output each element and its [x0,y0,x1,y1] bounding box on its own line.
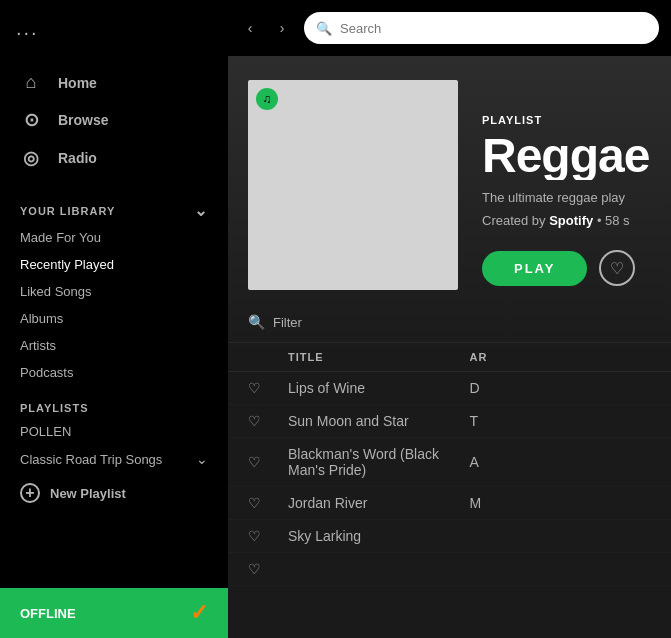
radio-icon: ◎ [20,147,42,169]
track-title-1: Lips of Wine [288,380,470,396]
playlists-section-label: PLAYLISTS [0,386,228,418]
search-bar: 🔍 [304,12,659,44]
like-track-1[interactable]: ♡ [248,380,288,396]
sidebar-item-made-for-you[interactable]: Made For You [0,224,228,251]
sidebar-home-label: Home [58,75,97,91]
new-playlist-label: New Playlist [50,486,126,501]
table-row: ♡ Sky Larking [228,520,671,553]
filter-icon: 🔍 [248,314,265,330]
track-artist-2: T [470,413,652,429]
plus-icon: + [20,483,40,503]
table-row: ♡ Blackman's Word (Black Man's Pride) A [228,438,671,487]
playlist-header: ♫ PLAYLIST Reggae The ultimate reggae pl… [228,56,671,306]
save-button[interactable]: ♡ [599,250,635,286]
playlist-song-count: 58 s [605,213,630,228]
search-icon: 🔍 [316,21,332,36]
playlist-meta: PLAYLIST Reggae The ultimate reggae play… [482,114,651,290]
like-track-5[interactable]: ♡ [248,528,288,544]
track-artist-3: A [470,454,652,470]
content-area: ♫ PLAYLIST Reggae The ultimate reggae pl… [228,56,671,638]
table-row: ♡ Sun Moon and Star T [228,405,671,438]
play-button[interactable]: PLAY [482,251,587,286]
like-track-6[interactable]: ♡ [248,561,288,577]
spotify-logo: ♫ [263,92,272,106]
sidebar-browse-label: Browse [58,112,109,128]
col-artist-header: AR [470,351,652,363]
nav-arrows: ‹ › [236,14,296,42]
track-artist-1: D [470,380,652,396]
like-track-3[interactable]: ♡ [248,454,288,470]
col-title-header: TITLE [288,351,470,363]
playlist-title: Reggae [482,132,651,180]
sidebar-nav: ⌂ Home ⊙ Browse ◎ Radio [0,56,228,185]
browse-icon: ⊙ [20,109,42,131]
dots-icon: ... [16,17,39,40]
track-title-3: Blackman's Word (Black Man's Pride) [288,446,470,478]
filter-label: Filter [273,315,302,330]
playlist-cover: ♫ [248,80,458,290]
home-icon: ⌂ [20,72,42,93]
sidebar-bottom: Offline ✓ [0,588,228,638]
playlist-actions: PLAY ♡ [482,250,651,286]
offline-bar[interactable]: Offline ✓ [0,588,228,638]
spotify-badge: ♫ [256,88,278,110]
sidebar: ⌂ Home ⊙ Browse ◎ Radio YOUR LIBRARY ⌄ M… [0,56,228,638]
sidebar-item-browse[interactable]: ⊙ Browse [0,101,228,139]
sidebar-playlist-classic-road-trip[interactable]: Classic Road Trip Songs ⌄ [0,445,228,473]
track-list-header: TITLE AR [228,343,671,372]
sidebar-item-liked-songs[interactable]: Liked Songs [0,278,228,305]
offline-label: Offline [20,606,76,621]
chevron-down-icon: ⌄ [196,451,208,467]
sidebar-scroll-area: YOUR LIBRARY ⌄ Made For You Recently Pla… [0,185,228,588]
sidebar-item-albums[interactable]: Albums [0,305,228,332]
top-bar: ... ‹ › 🔍 [0,0,671,56]
back-button[interactable]: ‹ [236,14,264,42]
forward-button[interactable]: › [268,14,296,42]
library-section-label: YOUR LIBRARY ⌄ [0,185,228,224]
offline-check-icon: ✓ [190,600,208,626]
sidebar-radio-label: Radio [58,150,97,166]
sidebar-item-recently-played[interactable]: Recently Played [0,251,228,278]
sidebar-item-home[interactable]: ⌂ Home [0,64,228,101]
table-row: ♡ Jordan River M [228,487,671,520]
track-title-4: Jordan River [288,495,470,511]
main-layout: ⌂ Home ⊙ Browse ◎ Radio YOUR LIBRARY ⌄ M… [0,56,671,638]
collapse-icon[interactable]: ⌄ [194,201,208,220]
track-title-5: Sky Larking [288,528,470,544]
sidebar-item-artists[interactable]: Artists [0,332,228,359]
track-title-2: Sun Moon and Star [288,413,470,429]
track-artist-4: M [470,495,652,511]
sidebar-item-podcasts[interactable]: Podcasts [0,359,228,386]
table-row: ♡ Lips of Wine D [228,372,671,405]
filter-bar: 🔍 Filter [228,306,671,343]
sidebar-playlist-pollen[interactable]: POLLEN [0,418,228,445]
like-track-2[interactable]: ♡ [248,413,288,429]
table-row: ♡ [228,553,671,586]
window-controls: ... [0,17,228,40]
playlist-description: The ultimate reggae play [482,190,651,205]
playlist-creator: Spotify [549,213,593,228]
playlist-type-label: PLAYLIST [482,114,651,126]
sidebar-item-radio[interactable]: ◎ Radio [0,139,228,177]
playlist-credits: Created by Spotify • 58 s [482,213,651,228]
new-playlist-button[interactable]: + New Playlist [0,473,228,513]
like-track-4[interactable]: ♡ [248,495,288,511]
search-input[interactable] [340,21,647,36]
